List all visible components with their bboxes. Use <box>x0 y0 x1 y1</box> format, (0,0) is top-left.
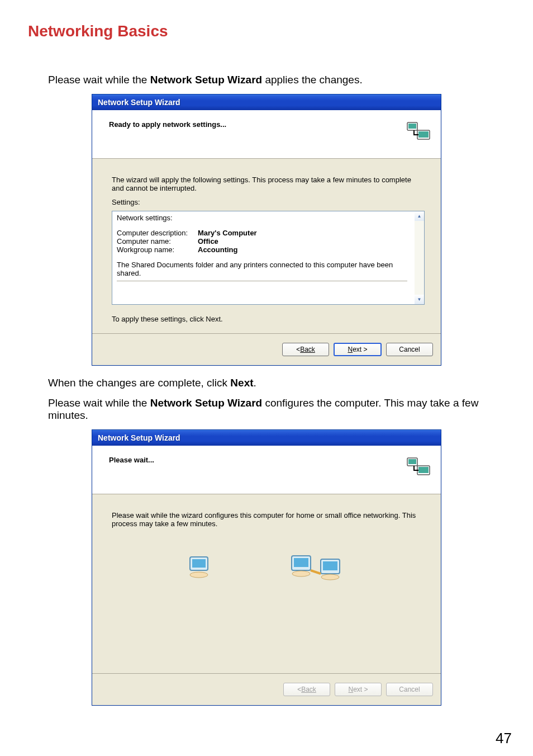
back-button[interactable]: < Back <box>282 343 329 356</box>
intro-pre: Please wait while the <box>48 74 150 86</box>
settings-value: Mary's Computer <box>198 229 257 237</box>
svg-rect-3 <box>418 131 429 138</box>
wizard-header: Please wait... <box>92 446 441 494</box>
settings-row: Computer name: Office <box>117 237 410 245</box>
wizard-window-wait: Network Setup Wizard Please wait... Plea… <box>92 429 441 706</box>
svg-point-13 <box>292 571 310 577</box>
scroll-up-icon[interactable]: ▲ <box>415 211 424 221</box>
shared-note: The Shared Documents folder and any prin… <box>117 261 410 277</box>
intro-bold: Network Setup Wizard <box>150 74 262 86</box>
svg-point-16 <box>321 574 339 580</box>
wizard-window-ready: Network Setup Wizard Ready to apply netw… <box>92 94 441 366</box>
network-computers-icon <box>289 551 351 585</box>
cancel-button[interactable]: Cancel <box>386 343 433 356</box>
svg-rect-9 <box>192 559 206 568</box>
settings-key: Computer description: <box>117 229 198 237</box>
svg-rect-12 <box>294 558 308 567</box>
progress-icons <box>112 551 421 585</box>
settings-value: Accounting <box>198 245 238 254</box>
mid1-post: . <box>254 377 256 389</box>
cancel-button: Cancel <box>386 683 433 696</box>
wizard-footer: < Back Next > Cancel <box>92 673 441 705</box>
next-button: Next > <box>335 683 382 696</box>
intro-paragraph-2: Please wait while the Network Setup Wiza… <box>48 397 505 422</box>
next-button[interactable]: Next > <box>334 343 382 356</box>
settings-listbox[interactable]: Network settings: Computer description: … <box>112 211 425 305</box>
apply-hint: To apply these settings, click Next. <box>112 315 421 323</box>
wizard-desc: The wizard will apply the following sett… <box>112 176 421 192</box>
mid1-bold: Next <box>230 377 253 389</box>
intro2-pre: Please wait while the <box>48 397 150 409</box>
intro-post: applies the changes. <box>262 74 363 86</box>
wizard-desc: Please wait while the wizard configures … <box>112 511 421 528</box>
wizard-header-title: Please wait... <box>109 455 154 464</box>
scroll-track[interactable] <box>415 221 424 295</box>
settings-label: Settings: <box>112 198 421 206</box>
wizard-content: Please wait while the wizard configures … <box>92 494 441 673</box>
intro2-bold: Network Setup Wizard <box>150 397 262 409</box>
single-computer-icon <box>182 551 216 585</box>
svg-rect-7 <box>418 467 429 473</box>
page-number: 47 <box>496 730 512 747</box>
separator <box>117 281 407 281</box>
scroll-down-icon[interactable]: ▼ <box>415 295 424 304</box>
wizard-header: Ready to apply network settings... <box>92 110 441 159</box>
scrollbar[interactable]: ▲ ▼ <box>415 211 424 304</box>
settings-heading: Network settings: <box>117 214 410 222</box>
mid-paragraph-1: When the changes are complete, click Nex… <box>48 377 505 389</box>
settings-row: Workgroup name: Accounting <box>117 245 410 254</box>
svg-rect-15 <box>323 561 337 570</box>
svg-rect-1 <box>408 124 416 129</box>
wizard-titlebar[interactable]: Network Setup Wizard <box>92 94 441 110</box>
network-setup-icon <box>406 119 431 144</box>
settings-value: Office <box>198 237 218 245</box>
wizard-footer: < Back Next > Cancel <box>92 333 441 365</box>
settings-key: Workgroup name: <box>117 245 198 254</box>
svg-rect-5 <box>408 459 416 464</box>
mid1-pre: When the changes are complete, click <box>48 377 230 389</box>
settings-key: Computer name: <box>117 237 198 245</box>
back-button: < Back <box>283 683 330 696</box>
settings-content: Network settings: Computer description: … <box>112 211 415 284</box>
settings-row: Computer description: Mary's Computer <box>117 229 410 237</box>
wizard-content: The wizard will apply the following sett… <box>92 159 441 333</box>
network-setup-icon <box>406 455 431 479</box>
intro-paragraph-1: Please wait while the Network Setup Wiza… <box>48 74 505 86</box>
page-heading: Networking Basics <box>28 22 505 40</box>
wizard-titlebar[interactable]: Network Setup Wizard <box>92 430 441 446</box>
wizard-header-title: Ready to apply network settings... <box>109 119 226 129</box>
svg-point-10 <box>190 572 208 578</box>
